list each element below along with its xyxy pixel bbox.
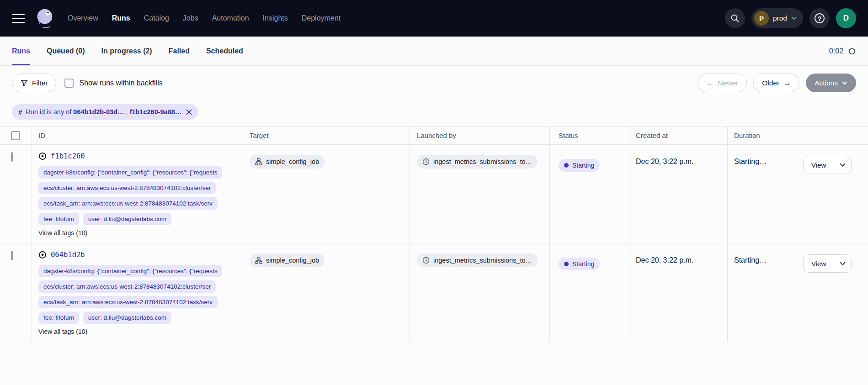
tab-queued[interactable]: Queued (0) [47,37,85,65]
actions-button[interactable]: Actions [806,74,856,92]
run-id-filter-chip[interactable]: # Run id is any of 064b1d2b-03d… , f1b1c… [12,104,198,120]
view-more-chevron-button[interactable] [834,156,851,174]
deployment-name: prod [773,14,787,22]
active-filters-row: # Run id is any of 064b1d2b-03d… , f1b1c… [0,100,868,126]
search-button[interactable] [725,8,745,28]
column-header-status: Status [550,127,629,144]
hash-icon: # [18,108,22,116]
nav-right-cluster: P prod ? D [725,8,856,28]
column-header-created-at: Created at [629,127,728,144]
status-dot-icon [564,163,569,168]
row-checkbox[interactable] [11,251,13,260]
row-checkbox[interactable] [11,152,13,162]
nav-item-runs[interactable]: Runs [112,14,130,22]
top-nav: Overview Runs Catalog Jobs Automation In… [0,0,868,37]
chevron-down-icon [791,16,797,20]
status-dot-icon [564,262,569,266]
deployment-switcher[interactable]: P prod [751,8,803,28]
duration-value: Starting… [734,158,767,165]
duration-value: Starting… [734,256,767,264]
run-tag[interactable]: ecs/task_arn: arn:aws:ecs:us-west-2:8784… [38,296,218,308]
run-starting-spinner-icon [38,152,47,160]
runs-table: ID Target Launched by Status Created at … [0,126,868,342]
filter-button[interactable]: Filter [12,74,56,92]
nav-item-automation[interactable]: Automation [212,14,249,22]
job-sitemap-icon [255,257,262,264]
status-badge[interactable]: Starting [559,258,600,270]
target-job-pill[interactable]: simple_config_job [250,155,325,169]
filter-icon [21,79,28,87]
run-tag[interactable]: fee: fifofum [38,213,79,225]
run-tag[interactable]: dagster-k8s/config: {"container_config":… [38,265,222,277]
primary-nav: Overview Runs Catalog Jobs Automation In… [68,14,341,22]
tab-failed[interactable]: Failed [169,37,190,65]
nav-item-overview[interactable]: Overview [68,14,98,22]
show-backfills-label: Show runs within backfills [79,79,162,87]
run-starting-spinner-icon [38,251,47,259]
tab-runs[interactable]: Runs [12,37,30,65]
nav-item-catalog[interactable]: Catalog [144,14,169,22]
column-header-duration: Duration [728,127,795,144]
refresh-icon[interactable] [848,47,856,55]
view-all-tags-link[interactable]: View all tags (10) [38,328,242,335]
select-all-checkbox[interactable] [11,131,20,140]
runs-toolbar: Filter Show runs within backfills ← Newe… [0,66,868,100]
older-button[interactable]: Older → [753,74,799,92]
clock-icon [422,257,430,264]
view-split-button: View [803,156,852,174]
runs-tabs: Runs Queued (0) In progress (2) Failed S… [12,37,243,65]
remove-filter-icon[interactable] [186,109,192,115]
created-at-value: Dec 20, 3:22 p.m. [636,256,693,264]
launched-by-pill[interactable]: ingest_metrics_submissions_to… [417,155,538,169]
table-row: 064b1d2b dagster-k8s/config: {"container… [0,243,868,342]
run-tag[interactable]: ecs/task_arn: arn:aws:ecs:us-west-2:8784… [38,197,218,210]
nav-item-deployment[interactable]: Deployment [302,14,341,22]
run-tag[interactable]: user: d.liu@dagsterlabs.com [83,311,171,324]
run-tag[interactable]: user: d.liu@dagsterlabs.com [83,213,171,225]
column-header-launched-by: Launched by [410,127,550,144]
table-header-row: ID Target Launched by Status Created at … [0,127,868,145]
launched-by-pill[interactable]: ingest_metrics_submissions_to… [417,253,538,267]
run-tag[interactable]: ecs/cluster: arn:aws:ecs:us-west-2:87848… [38,280,216,293]
show-backfills-checkbox[interactable] [64,79,74,88]
view-split-button: View [803,254,852,273]
table-row: f1b1c260 dagster-k8s/config: {"container… [0,145,868,243]
run-id-link[interactable]: f1b1c260 [51,152,85,160]
run-tag[interactable]: fee: fifofum [38,311,79,324]
target-job-pill[interactable]: simple_config_job [250,253,325,267]
status-badge[interactable]: Starting [559,159,600,172]
search-icon [730,14,740,23]
job-sitemap-icon [255,158,262,165]
show-backfills-toggle[interactable]: Show runs within backfills [64,79,162,88]
view-more-chevron-button[interactable] [834,255,851,272]
run-tag[interactable]: dagster-k8s/config: {"container_config":… [38,166,222,179]
help-icon: ? [815,13,825,23]
view-button[interactable]: View [804,255,834,272]
tab-scheduled[interactable]: Scheduled [206,37,243,65]
refresh-countdown: 0:02 [829,47,843,55]
arrow-left-icon: ← [706,79,714,87]
newer-button[interactable]: ← Newer [698,74,747,92]
nav-item-jobs[interactable]: Jobs [183,14,198,22]
column-header-target: Target [242,127,410,144]
filter-chip-text: Run id is any of 064b1d2b-03d… , f1b1c26… [26,108,181,116]
view-button[interactable]: View [804,156,834,174]
view-all-tags-link[interactable]: View all tags (10) [38,229,242,237]
menu-icon[interactable] [12,14,25,23]
dagster-logo[interactable] [33,5,56,31]
help-button[interactable]: ? [809,8,830,28]
created-at-value: Dec 20, 3:22 p.m. [636,158,693,165]
runs-tabs-row: Runs Queued (0) In progress (2) Failed S… [0,37,868,66]
nav-item-insights[interactable]: Insights [263,14,288,22]
clock-icon [422,158,430,165]
run-id-link[interactable]: 064b1d2b [51,251,85,259]
tab-in-progress[interactable]: In progress (2) [101,37,152,65]
column-header-id: ID [32,127,242,144]
run-tag[interactable]: ecs/cluster: arn:aws:ecs:us-west-2:87848… [38,182,216,194]
arrow-right-icon: → [783,79,791,87]
deployment-avatar: P [754,11,769,26]
chevron-down-icon [842,81,847,85]
user-avatar[interactable]: D [836,8,856,28]
